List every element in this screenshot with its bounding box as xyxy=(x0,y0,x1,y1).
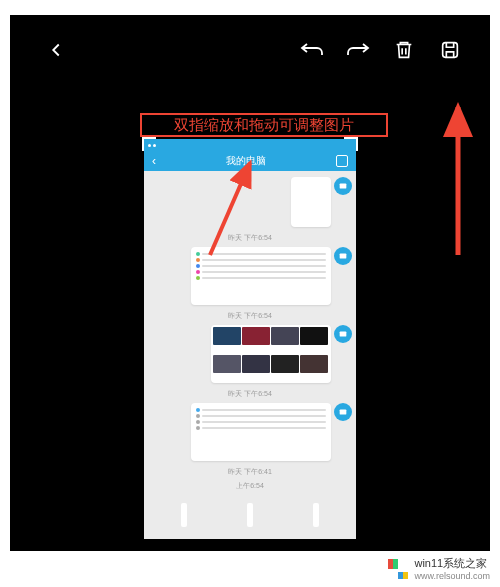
chat-timestamp: 昨天 下午6:54 xyxy=(148,311,352,321)
chat-message xyxy=(191,403,331,461)
chat-body: 昨天 下午6:54 昨天 下午6:54 xyxy=(144,171,356,539)
chat-message xyxy=(191,247,331,305)
svg-rect-0 xyxy=(443,43,458,58)
hint-banner: 双指缩放和拖动可调整图片 xyxy=(140,113,388,137)
svg-rect-3 xyxy=(340,332,347,337)
annotation-arrow xyxy=(438,95,478,265)
watermark-text1: win11系统之家 xyxy=(414,556,490,571)
chat-avatar xyxy=(334,403,352,421)
back-button[interactable] xyxy=(36,30,76,70)
hint-text: 双指缩放和拖动可调整图片 xyxy=(174,116,354,135)
undo-button[interactable] xyxy=(292,30,332,70)
svg-rect-2 xyxy=(340,254,347,259)
watermark: win11系统之家 www.relsound.com xyxy=(388,556,490,581)
phone-title: 我的电脑 xyxy=(226,154,266,168)
chat-message xyxy=(211,325,331,383)
chat-timestamp: 昨天 下午6:41 xyxy=(148,467,352,477)
phone-status-bar xyxy=(144,139,356,151)
redo-button[interactable] xyxy=(338,30,378,70)
phone-user-icon xyxy=(336,155,348,167)
chat-avatar xyxy=(334,247,352,265)
save-button[interactable] xyxy=(430,30,470,70)
crop-handles-bottom[interactable] xyxy=(10,503,490,527)
chat-timestamp: 昨天 下午6:54 xyxy=(148,233,352,243)
phone-back-icon: ‹ xyxy=(152,154,156,168)
svg-rect-4 xyxy=(340,410,347,415)
delete-button[interactable] xyxy=(384,30,424,70)
chat-timestamp: 昨天 下午6:54 xyxy=(148,389,352,399)
chat-timestamp: 上午6:54 xyxy=(148,481,352,491)
chat-message xyxy=(291,177,331,227)
phone-header: ‹ 我的电脑 xyxy=(144,151,356,171)
watermark-text2: www.relsound.com xyxy=(414,571,490,581)
chat-avatar xyxy=(334,325,352,343)
watermark-logo xyxy=(388,559,408,579)
svg-rect-1 xyxy=(340,184,347,189)
phone-preview[interactable]: ‹ 我的电脑 昨天 下午6:54 xyxy=(144,139,356,539)
chat-avatar xyxy=(334,177,352,195)
